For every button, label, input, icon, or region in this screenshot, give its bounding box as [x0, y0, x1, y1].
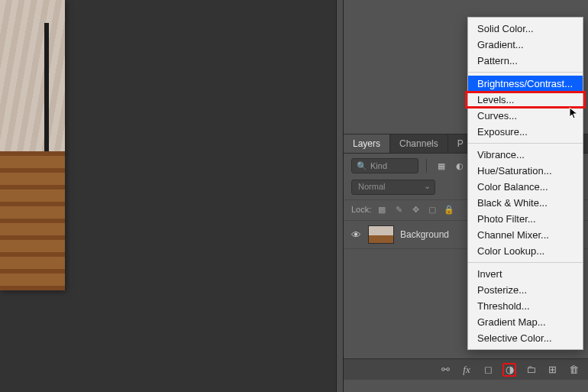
- search-icon: 🔍: [357, 161, 367, 171]
- layer-kind-search[interactable]: 🔍 Kind: [351, 158, 418, 173]
- menu-solid-color[interactable]: Solid Color...: [468, 21, 583, 37]
- adjustment-layer-menu: Solid Color... Gradient... Pattern... Br…: [467, 17, 583, 350]
- adjustment-layer-icon[interactable]: ◑: [502, 363, 516, 377]
- kind-label: Kind: [370, 161, 387, 170]
- menu-separator: [468, 262, 583, 263]
- menu-photo-filter[interactable]: Photo Filter...: [468, 211, 583, 227]
- menu-hue-saturation[interactable]: Hue/Saturation...: [468, 163, 583, 179]
- lock-label: Lock:: [351, 205, 371, 214]
- blend-mode-select[interactable]: Normal: [351, 180, 435, 195]
- menu-color-lookup[interactable]: Color Lookup...: [468, 243, 583, 259]
- menu-curves[interactable]: Curves...: [468, 108, 583, 124]
- lock-pixels-icon[interactable]: ✎: [393, 203, 405, 215]
- lock-artboard-icon[interactable]: ▢: [426, 203, 438, 215]
- new-group-icon[interactable]: 🗀: [524, 363, 538, 377]
- tab-layers[interactable]: Layers: [344, 134, 390, 153]
- layers-bottom-bar: ⚯ fx ◻ ◑ 🗀 ⊞ 🗑: [344, 358, 588, 380]
- menu-levels[interactable]: Levels...: [468, 92, 583, 108]
- document-canvas[interactable]: [0, 0, 65, 290]
- menu-separator: [468, 143, 583, 144]
- panel-divider[interactable]: [336, 0, 344, 392]
- lamp-stand-graphic: [44, 23, 49, 267]
- menu-channel-mixer[interactable]: Channel Mixer...: [468, 227, 583, 243]
- new-layer-icon[interactable]: ⊞: [545, 363, 559, 377]
- menu-separator: [468, 72, 583, 73]
- menu-posterize[interactable]: Posterize...: [468, 282, 583, 298]
- menu-selective-color[interactable]: Selective Color...: [468, 330, 583, 346]
- separator: [426, 159, 427, 173]
- menu-color-balance[interactable]: Color Balance...: [468, 179, 583, 195]
- filter-adjust-icon[interactable]: ◐: [453, 159, 467, 173]
- menu-black-white[interactable]: Black & White...: [468, 195, 583, 211]
- lock-position-icon[interactable]: ✥: [409, 203, 422, 215]
- menu-invert[interactable]: Invert: [468, 266, 583, 282]
- menu-gradient[interactable]: Gradient...: [468, 37, 583, 53]
- menu-exposure[interactable]: Exposure...: [468, 124, 583, 140]
- tab-channels[interactable]: Channels: [390, 134, 448, 153]
- workspace: Layers Channels P 🔍 Kind ▦ ◐ Normal Lock…: [0, 0, 588, 392]
- link-layers-icon[interactable]: ⚯: [438, 363, 452, 377]
- delete-layer-icon[interactable]: 🗑: [567, 363, 580, 377]
- visibility-icon[interactable]: 👁: [351, 229, 362, 241]
- layer-thumbnail[interactable]: [368, 225, 394, 244]
- menu-threshold[interactable]: Threshold...: [468, 298, 583, 314]
- layer-style-icon[interactable]: fx: [460, 363, 473, 377]
- canvas-area[interactable]: [0, 0, 336, 392]
- lock-transparency-icon[interactable]: ▩: [376, 203, 388, 215]
- lock-all-icon[interactable]: 🔒: [443, 203, 455, 215]
- menu-brightness-contrast[interactable]: Brightness/Contrast...: [468, 76, 583, 92]
- menu-pattern[interactable]: Pattern...: [468, 53, 583, 69]
- menu-vibrance[interactable]: Vibrance...: [468, 147, 583, 163]
- layer-mask-icon[interactable]: ◻: [481, 363, 495, 377]
- filter-pixel-icon[interactable]: ▦: [435, 159, 448, 173]
- menu-gradient-map[interactable]: Gradient Map...: [468, 314, 583, 330]
